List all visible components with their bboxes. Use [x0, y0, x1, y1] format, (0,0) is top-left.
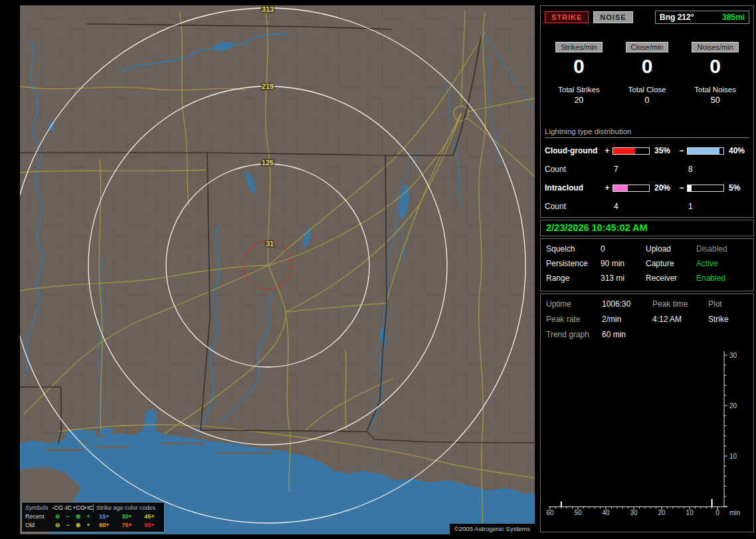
- intracloud-minus-pct: 5%: [725, 183, 749, 193]
- strikes-per-min-button[interactable]: Strikes/min: [555, 42, 602, 52]
- age-60: 60+: [93, 521, 116, 530]
- distribution-grid: Cloud-ground + 35% − 40% Count 7 8 Intra…: [545, 146, 749, 211]
- distribution-header: Lightning type distribution: [545, 127, 749, 138]
- trend-graph-label: Trend graph: [546, 330, 602, 339]
- trend-graph: 1020306050403020100min: [546, 347, 749, 517]
- age-45: 45+: [138, 512, 161, 521]
- lightning-map[interactable]: 313 219 125 31 Symbols -CG -IC +CG +IC S…: [20, 5, 535, 534]
- old-pos-cg-icon: ⊕: [72, 521, 84, 530]
- age-75: 75+: [116, 521, 138, 530]
- peak-rate-label: Peak rate: [546, 315, 602, 324]
- bearing-range: 385mi: [722, 13, 745, 22]
- intracloud-label: Intracloud: [545, 183, 602, 193]
- settings-box: Squelch 0 Upload Disabled Persistence 90…: [540, 238, 754, 291]
- recent-neg-cg-icon: ⊖: [52, 512, 63, 521]
- upload-label: Upload: [646, 244, 696, 254]
- map-legend: Symbols -CG -IC +CG +IC Strike age color…: [21, 502, 165, 532]
- legend-old-label: Old: [25, 521, 52, 530]
- count-label: Count: [545, 165, 602, 174]
- legend-col-pos-ic: +IC: [84, 504, 93, 512]
- svg-text:30: 30: [729, 352, 737, 359]
- counter-noises: Noises/min 0 Total Noises 50: [681, 42, 749, 105]
- range-label: Range: [546, 273, 601, 283]
- peak-time-value: 4:12 AM: [652, 315, 708, 324]
- intracloud-plus-bar: [613, 185, 650, 192]
- mode-row: STRIKE NOISE Bng 212° 385mi: [545, 10, 749, 25]
- legend-col-pos-cg: +CG: [72, 504, 84, 512]
- counter-close: Close/min 0 Total Close 0: [613, 42, 682, 105]
- total-strikes-value: 20: [545, 96, 613, 105]
- recent-neg-ic-icon: −: [63, 512, 72, 521]
- legend-col-neg-cg: -CG: [52, 504, 63, 512]
- receiver-status: Enabled: [696, 273, 748, 283]
- total-strikes-label: Total Strikes: [545, 86, 613, 94]
- count-label: Count: [545, 202, 602, 211]
- svg-text:10: 10: [686, 509, 694, 516]
- receiver-label: Receiver: [646, 273, 696, 283]
- old-neg-ic-icon: −: [63, 521, 72, 530]
- upload-status: Disabled: [696, 244, 748, 254]
- total-noises-label: Total Noises: [681, 86, 749, 94]
- bar-fill: [613, 185, 628, 191]
- old-pos-ic-icon: +: [84, 521, 93, 530]
- uptime-label: Uptime: [546, 299, 602, 309]
- old-neg-cg-icon: ⊖: [52, 521, 63, 530]
- close-per-min-value: 0: [613, 55, 682, 78]
- total-close-label: Total Close: [613, 86, 682, 94]
- plus-sign: +: [602, 183, 613, 193]
- noises-per-min-button[interactable]: Noises/min: [692, 42, 738, 52]
- cloud-ground-plus-pct: 35%: [651, 146, 676, 155]
- minus-sign: −: [676, 146, 687, 155]
- svg-text:min: min: [729, 509, 740, 516]
- cloud-ground-minus-count: 8: [687, 165, 725, 174]
- datetime-display: 2/23/2026 10:45:02 AM: [540, 220, 754, 236]
- ring-label-313: 313: [262, 5, 274, 13]
- close-per-min-button[interactable]: Close/min: [626, 42, 669, 52]
- map-image: 313 219 125 31: [20, 5, 535, 534]
- trend-graph-value: 60 min: [602, 330, 652, 339]
- recent-pos-cg-icon: ⊕: [72, 512, 84, 521]
- ring-label-31: 31: [266, 240, 274, 248]
- bearing-display: Bng 212° 385mi: [655, 11, 749, 24]
- bar-fill: [688, 185, 692, 191]
- svg-text:30: 30: [630, 509, 638, 516]
- plot-label: Plot: [708, 299, 748, 309]
- total-close-value: 0: [613, 96, 682, 105]
- strike-stats-box: STRIKE NOISE Bng 212° 385mi Strikes/min …: [540, 5, 754, 218]
- persistence-label: Persistence: [546, 259, 601, 268]
- svg-text:0: 0: [715, 509, 719, 516]
- strike-button[interactable]: STRIKE: [545, 11, 589, 23]
- rate-counters: Strikes/min 0 Total Strikes 20 Close/min…: [545, 42, 749, 105]
- minus-sign: −: [676, 183, 687, 193]
- cloud-ground-label: Cloud-ground: [545, 146, 602, 155]
- cloud-ground-plus-count: 7: [613, 165, 651, 174]
- intracloud-minus-bar: [687, 185, 724, 192]
- legend-symbols-header: Symbols: [25, 504, 52, 512]
- squelch-label: Squelch: [546, 244, 601, 254]
- svg-text:40: 40: [602, 509, 610, 516]
- persistence-value: 90 min: [601, 259, 646, 268]
- intracloud-plus-count: 4: [613, 202, 651, 211]
- noise-button[interactable]: NOISE: [593, 11, 632, 23]
- intracloud-minus-count: 1: [687, 202, 725, 211]
- right-panel: STRIKE NOISE Bng 212° 385mi Strikes/min …: [540, 5, 754, 534]
- bearing-value: Bng 212°: [660, 13, 694, 22]
- intracloud-plus-pct: 20%: [651, 183, 676, 193]
- svg-text:50: 50: [574, 509, 582, 516]
- strikes-per-min-value: 0: [545, 55, 613, 78]
- cloud-ground-minus-pct: 40%: [725, 146, 749, 155]
- capture-status: Active: [696, 259, 748, 268]
- squelch-value: 0: [601, 244, 646, 254]
- age-15: 15+: [93, 512, 116, 521]
- legend-age-header: Strike age color codes: [93, 504, 161, 512]
- bar-fill: [688, 148, 719, 154]
- capture-label: Capture: [646, 259, 696, 268]
- uptime-value: 1006:30: [602, 299, 652, 309]
- peak-rate-value: 2/min: [602, 315, 652, 324]
- recent-pos-ic-icon: +: [84, 512, 93, 521]
- counter-strikes: Strikes/min 0 Total Strikes 20: [545, 42, 613, 105]
- ring-label-125: 125: [262, 159, 274, 167]
- range-value: 313 mi: [601, 273, 646, 283]
- age-30: 30+: [116, 512, 138, 521]
- peak-time-label: Peak time: [652, 299, 708, 309]
